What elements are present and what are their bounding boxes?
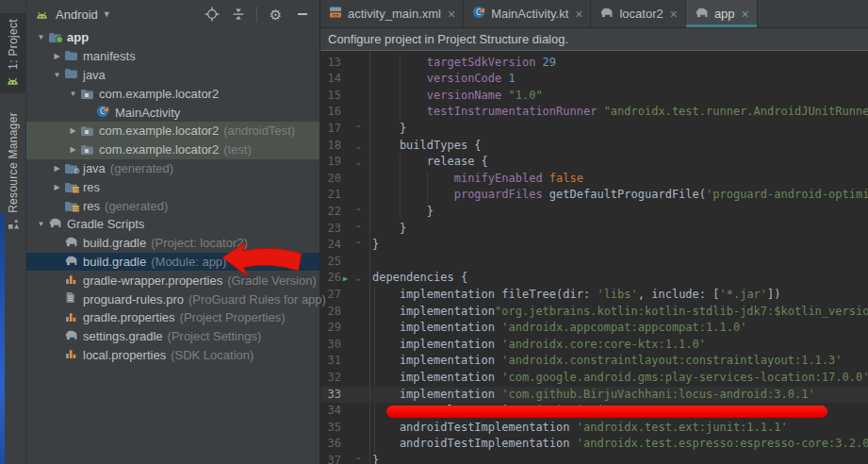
tree-expand-arrow[interactable]: ▶ xyxy=(66,126,80,135)
code-text xyxy=(369,254,868,271)
tree-row-res[interactable]: ▶res xyxy=(26,177,319,196)
editor-tab-app[interactable]: app× xyxy=(686,0,758,27)
tree-item-label: java xyxy=(83,68,106,82)
gutter: 24⌃ xyxy=(320,237,369,254)
tree-row-java[interactable]: ▶⚙java(generated) xyxy=(26,159,319,178)
tree-item-label: settings.gradle xyxy=(83,329,163,343)
tree-item-label: MainActivity xyxy=(115,106,180,120)
code-line-36: 36 androidTestImplementation 'androidx.t… xyxy=(320,436,868,453)
gutter: 25 xyxy=(320,254,369,271)
tab-close-icon[interactable]: × xyxy=(448,8,455,20)
code-line-14: 14 versionCode 1 xyxy=(320,71,868,88)
code-text: testInstrumentationRunner "androidx.test… xyxy=(369,104,868,121)
tree-item-suffix: (Project Properties) xyxy=(180,310,286,324)
tree-item-suffix: (generated) xyxy=(110,161,173,175)
tree-expand-arrow[interactable]: ▼ xyxy=(34,33,48,41)
run-gutter-icon[interactable]: ▶ xyxy=(343,271,348,288)
project-view-selector[interactable]: Android xyxy=(56,8,98,22)
tree-row-gradle-scripts[interactable]: ▼Gradle Scripts xyxy=(26,215,319,234)
editor-tab-locator2[interactable]: locator2× xyxy=(591,0,685,27)
tree-item-suffix: (Project Settings) xyxy=(168,329,262,343)
toolbar-separator xyxy=(256,7,257,23)
fold-marker-icon[interactable]: ⌄ xyxy=(354,138,362,155)
tree-row-local-properties[interactable]: local.properties(SDK Location) xyxy=(26,346,319,365)
code-editor[interactable]: 12 minSdkVersion 1913 targetSdkVersion 2… xyxy=(320,51,868,464)
tree-row-mainactivity[interactable]: CMainActivity xyxy=(26,103,319,122)
hide-panel-icon[interactable] xyxy=(294,7,310,23)
tree-row-manifests[interactable]: ▶manifests xyxy=(26,47,319,66)
code-line-32: 32 implementation 'com.google.android.gm… xyxy=(320,370,868,387)
tab-close-icon[interactable]: × xyxy=(670,8,678,20)
tab-close-icon[interactable]: × xyxy=(742,8,749,20)
tree-item-label: res xyxy=(83,180,100,194)
code-line-18: 18⌄ buildTypes { xyxy=(320,138,868,155)
line-number: 13 xyxy=(322,55,341,72)
code-text: implementation 'com.github.BirjuVachhani… xyxy=(369,387,868,404)
svg-text:<>: <> xyxy=(332,11,339,18)
tree-item-label: build.gradle xyxy=(83,255,146,269)
code-line-35: 35 androidTestImplementation 'androidx.t… xyxy=(320,420,868,437)
red-arrow-annotation xyxy=(222,241,303,279)
tree-expand-arrow[interactable]: ▶ xyxy=(66,145,80,154)
editor-tab-mainactivity-kt[interactable]: CMainActivity.kt× xyxy=(464,0,591,27)
fold-marker-icon[interactable]: ⌄ xyxy=(354,154,362,171)
folder-icon xyxy=(64,67,78,82)
gutter: 16 xyxy=(320,104,369,121)
tree-expand-arrow[interactable]: ▶ xyxy=(50,183,64,191)
fold-marker-icon[interactable]: ⌃ xyxy=(354,121,362,138)
gradle-elephant-icon xyxy=(48,217,62,231)
tool-tab-project[interactable]: 1: Project xyxy=(0,13,25,93)
gutter: 30 xyxy=(320,337,369,354)
tree-row-proguard-rules-pro[interactable]: proguard-rules.pro(ProGuard Rules for ap… xyxy=(26,290,319,308)
locate-file-icon[interactable] xyxy=(204,7,220,23)
tree-row-app[interactable]: ▼app xyxy=(26,28,319,47)
folder-icon xyxy=(64,49,78,64)
fold-marker-icon[interactable]: ⌃ xyxy=(354,221,362,238)
code-line-26: 26▶⌄dependencies { xyxy=(320,270,868,287)
line-number: 23 xyxy=(322,221,341,238)
tree-row-com-example-locator2[interactable]: ▼com.example.locator2 xyxy=(26,84,319,103)
fold-marker-icon[interactable]: ⌃ xyxy=(354,204,362,221)
editor-tab-bar: <>activity_main.xml×CMainActivity.kt×loc… xyxy=(320,0,868,28)
gutter: 31 xyxy=(320,353,369,370)
line-number: 26 xyxy=(322,270,341,287)
svg-text:C: C xyxy=(476,8,482,17)
code-text: proguardFiles getDefaultProguardFile('pr… xyxy=(369,187,868,204)
tree-row-gradle-properties[interactable]: gradle.properties(Project Properties) xyxy=(26,308,319,327)
tree-expand-arrow[interactable]: ▼ xyxy=(66,90,80,98)
line-number: 22 xyxy=(322,204,341,221)
tree-row-settings-gradle[interactable]: settings.gradle(Project Settings) xyxy=(26,327,319,346)
tree-expand-arrow[interactable]: ▼ xyxy=(50,71,64,79)
gear-icon[interactable]: ⚙ xyxy=(268,7,284,23)
tree-expand-arrow[interactable]: ▶ xyxy=(50,164,64,173)
tree-row-java[interactable]: ▼java xyxy=(26,66,319,85)
collapse-all-icon[interactable] xyxy=(230,7,246,23)
code-line-37: 37⌃} xyxy=(320,453,868,464)
notification-text: Configure project in Project Structure d… xyxy=(328,32,568,46)
fold-marker-icon[interactable]: ⌃ xyxy=(354,237,362,254)
tab-close-icon[interactable]: × xyxy=(575,8,582,20)
tree-item-label: res xyxy=(83,199,100,213)
gutter: 17⌃ xyxy=(320,121,369,138)
gutter: 26▶⌄ xyxy=(320,270,369,287)
project-panel-header: Android ▼ ⚙ xyxy=(26,0,319,28)
fold-marker-icon[interactable]: ⌃ xyxy=(354,453,362,464)
fold-marker-icon[interactable]: ⌄ xyxy=(354,270,362,287)
editor-area: <>activity_main.xml×CMainActivity.kt×loc… xyxy=(320,0,868,464)
tree-row-res[interactable]: res(generated) xyxy=(26,196,319,215)
gutter: 21 xyxy=(320,187,369,204)
tree-item-suffix: (test) xyxy=(223,142,252,157)
gutter: 19⌄ xyxy=(320,154,369,171)
editor-tab-activity-main-xml[interactable]: <>activity_main.xml× xyxy=(320,0,464,27)
tree-row-com-example-locator2[interactable]: ▶com.example.locator2(test) xyxy=(26,141,319,159)
gutter: 14 xyxy=(320,71,369,88)
properties-file-icon xyxy=(64,347,77,362)
tree-expand-arrow[interactable]: ▼ xyxy=(34,220,48,228)
tab-label: activity_main.xml xyxy=(348,7,441,21)
code-text: release { xyxy=(369,154,868,171)
line-number: 37 xyxy=(322,453,341,464)
tree-row-com-example-locator2[interactable]: ▶com.example.locator2(androidTest) xyxy=(26,122,319,141)
gutter-border xyxy=(369,51,370,464)
tree-expand-arrow[interactable]: ▶ xyxy=(50,52,64,60)
desktop-edge-stripe xyxy=(0,214,5,464)
